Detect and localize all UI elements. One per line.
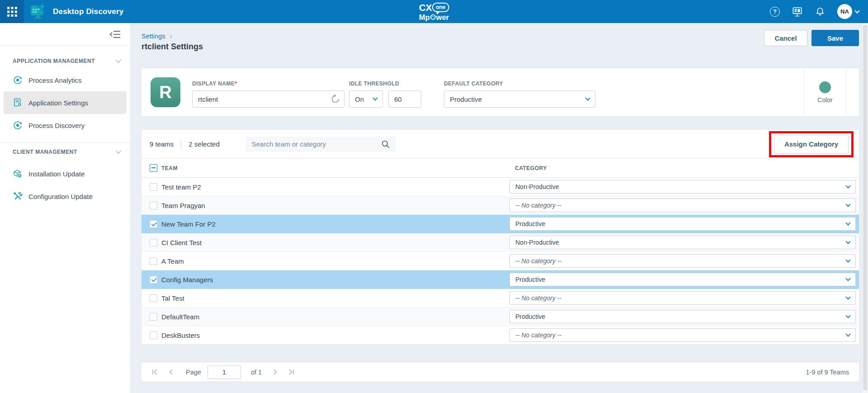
app-launcher-button[interactable]	[0, 0, 24, 23]
app-brand: Desktop Discovery	[29, 3, 123, 21]
idle-threshold-toggle-select[interactable]: On	[349, 90, 383, 108]
chevron-down-icon	[845, 183, 850, 188]
category-select[interactable]: -- No category --	[509, 328, 856, 342]
sidebar-item-configuration-update[interactable]: Configuration Update	[4, 185, 127, 208]
next-page-button[interactable]	[272, 369, 278, 375]
sidebar-item-label: Installation Update	[28, 170, 85, 178]
save-button[interactable]: Save	[811, 30, 859, 46]
category-select[interactable]: Productive	[509, 217, 856, 231]
row-checkbox[interactable]	[150, 276, 157, 284]
screen-share-icon	[792, 6, 803, 17]
first-page-button[interactable]	[151, 369, 158, 375]
collapse-sidebar-icon[interactable]	[109, 30, 121, 39]
sidebar-item-process-discovery[interactable]: Process Discovery	[4, 114, 127, 137]
sidebar-section-client-management: CLIENT MANAGEMENT Installation Update	[0, 149, 130, 208]
select-all-checkbox[interactable]	[150, 164, 157, 172]
logo-one-bubble: one	[432, 2, 449, 12]
table-row[interactable]: CI Client Test Non-Productive	[142, 233, 859, 252]
user-menu[interactable]: NA	[837, 4, 859, 19]
breadcrumb-settings-link[interactable]: Settings	[142, 33, 165, 40]
search-input[interactable]	[252, 140, 381, 148]
default-category-select[interactable]: Productive	[444, 90, 595, 108]
prev-page-button[interactable]	[168, 369, 175, 375]
table-row[interactable]: Tal Test -- No category --	[142, 289, 859, 308]
client-settings-form: R DISPLAY NAME* IDLE THRESHOLD	[142, 68, 859, 116]
row-checkbox[interactable]	[150, 202, 157, 209]
first-page-icon	[151, 369, 158, 375]
row-checkbox[interactable]	[150, 220, 157, 228]
page-of-label: of 1	[251, 369, 262, 376]
category-select[interactable]: Productive	[509, 310, 856, 323]
app-title: Desktop Discovery	[53, 7, 123, 16]
breadcrumb: Settings ›	[142, 33, 203, 40]
team-name: Tal Test	[161, 294, 505, 302]
chevron-down-icon	[116, 57, 121, 62]
section-header-application-management[interactable]: APPLICATION MANAGEMENT	[0, 58, 130, 64]
table-row[interactable]: DefaultTeam Productive	[142, 308, 859, 326]
section-header-client-management[interactable]: CLIENT MANAGEMENT	[0, 149, 130, 155]
team-name: A Team	[161, 257, 505, 265]
row-checkbox[interactable]	[150, 257, 157, 265]
installation-update-icon	[13, 169, 23, 179]
display-name-field[interactable]	[192, 90, 344, 108]
toolbar-divider	[181, 139, 181, 150]
row-checkbox[interactable]	[150, 313, 157, 321]
top-header: Desktop Discovery CX one Mpwer ?	[0, 0, 868, 23]
teams-count: 9 teams	[150, 140, 174, 148]
sidebar-top	[0, 23, 130, 46]
category-select[interactable]: -- No category --	[509, 291, 856, 305]
row-checkbox[interactable]	[150, 239, 157, 246]
scrollbar[interactable]	[862, 23, 868, 393]
configuration-update-icon	[13, 191, 23, 201]
default-category-label: DEFAULT CATEGORY	[444, 80, 595, 87]
table-row[interactable]: Team Pragyan -- No category --	[142, 196, 859, 215]
table-row[interactable]: DeskBusters -- No category --	[142, 326, 859, 345]
last-page-button[interactable]	[288, 369, 295, 375]
team-name: Config Managers	[161, 276, 505, 284]
next-page-icon	[272, 369, 278, 375]
help-button[interactable]: ?	[770, 7, 780, 17]
chevron-down-icon	[845, 313, 850, 318]
table-row[interactable]: A Team -- No category --	[142, 252, 859, 270]
category-select[interactable]: -- No category --	[509, 199, 856, 212]
idle-threshold-group: IDLE THRESHOLD On	[349, 80, 421, 108]
table-row[interactable]: Test team P2 Non-Productive	[142, 178, 859, 196]
results-range-label: 1-9 of 9 Teams	[806, 369, 849, 376]
sidebar-item-process-analytics[interactable]: Process Analytics	[4, 69, 127, 91]
page-number-input[interactable]	[208, 365, 241, 379]
category-select[interactable]: -- No category --	[509, 254, 856, 268]
chevron-down-icon	[845, 202, 850, 207]
screen-share-button[interactable]	[792, 6, 803, 17]
sidebar-item-application-settings[interactable]: Application Settings	[4, 91, 127, 114]
avatar[interactable]: NA	[837, 4, 852, 19]
cancel-button[interactable]: Cancel	[764, 30, 807, 46]
table-row[interactable]: New Team For P2 Productive	[142, 215, 859, 233]
category-select[interactable]: Non-Productive	[509, 180, 856, 194]
chevron-down-icon	[116, 148, 121, 153]
category-select[interactable]: Productive	[509, 273, 856, 286]
display-name-group: DISPLAY NAME*	[192, 80, 344, 108]
reset-icon[interactable]	[330, 94, 340, 104]
process-discovery-icon	[13, 120, 23, 130]
assign-category-button[interactable]: Assign Category	[774, 135, 849, 154]
sidebar-divider	[0, 142, 130, 143]
chevron-down-icon	[845, 331, 850, 336]
search-icon[interactable]	[381, 140, 390, 149]
idle-threshold-seconds-field[interactable]	[388, 90, 421, 108]
table-row[interactable]: Config Managers Productive	[142, 270, 859, 289]
category-select[interactable]: Non-Productive	[509, 236, 856, 249]
team-name: Team Pragyan	[161, 202, 505, 209]
required-asterisk: *	[235, 80, 237, 87]
row-checkbox[interactable]	[150, 294, 157, 302]
chevron-down-icon	[585, 95, 590, 100]
teams-toolbar: 9 teams 2 selected Assign Category	[142, 130, 859, 159]
team-name: CI Client Test	[161, 239, 505, 246]
row-checkbox[interactable]	[150, 183, 157, 191]
notifications-button[interactable]	[815, 6, 826, 17]
row-checkbox[interactable]	[150, 331, 157, 339]
annotation-highlight-box: Assign Category	[769, 131, 854, 157]
scrollbar-thumb[interactable]	[863, 25, 867, 390]
sidebar-item-installation-update[interactable]: Installation Update	[4, 162, 127, 185]
color-swatch[interactable]	[819, 81, 831, 93]
page-title: rtclient Settings	[142, 42, 203, 52]
